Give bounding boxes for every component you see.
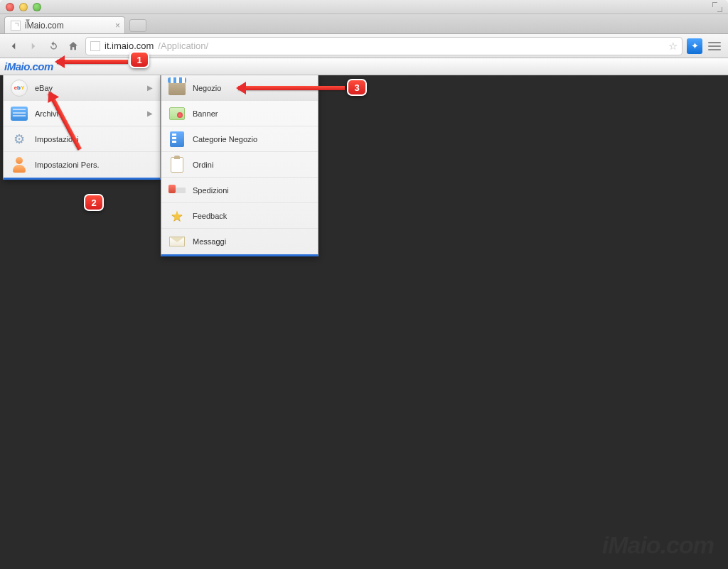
menu-label: Categorie Negozio [193, 135, 257, 143]
submenu-arrow-icon: ▶ [147, 109, 153, 117]
window-titlebar [0, 0, 728, 14]
menu-label: Messaggi [193, 237, 226, 246]
menu-label: Banner [193, 109, 218, 118]
browser-tab[interactable]: iMaio.com × [4, 16, 125, 33]
page-icon [90, 41, 100, 51]
secondary-menu: Negozio Banner Categorie Negozio Ordini … [161, 75, 318, 256]
forward-button[interactable] [26, 38, 41, 54]
menu-label: Spedizioni [193, 186, 229, 195]
menu-item-archivi[interactable]: Archivi ▶ [4, 101, 160, 126]
minimize-window-icon[interactable] [19, 3, 28, 11]
back-button[interactable] [6, 38, 21, 54]
fullscreen-icon[interactable] [712, 2, 722, 12]
submenu-item-categorie[interactable]: Categorie Negozio [161, 126, 318, 152]
address-bar[interactable]: it.imaio.com/Application/ ☆ [85, 37, 682, 55]
annotation-arrow-3 [238, 86, 345, 90]
categories-icon [170, 131, 184, 147]
bookmark-star-icon[interactable]: ☆ [668, 40, 678, 53]
envelope-icon [169, 237, 185, 246]
url-host: it.imaio.com [105, 40, 154, 51]
menu-button[interactable] [707, 38, 722, 54]
annotation-arrow-1 [57, 60, 128, 64]
extension-icon[interactable]: ✦ [687, 38, 702, 54]
submenu-item-ordini[interactable]: Ordini [161, 152, 318, 178]
star-icon: ★ [168, 207, 186, 224]
submenu-item-messaggi[interactable]: Messaggi [161, 229, 318, 254]
submenu-item-banner[interactable]: Banner [161, 101, 318, 126]
menu-item-ebay[interactable]: ebY eBay ▶ [4, 75, 160, 101]
shop-icon [168, 81, 186, 95]
header-dropdown-icon[interactable]: ▼ [24, 17, 31, 25]
home-button[interactable] [65, 38, 81, 54]
banner-icon [169, 107, 185, 120]
app-logo[interactable]: iMaio.com [4, 60, 53, 72]
ebay-icon: ebY [11, 80, 28, 97]
truck-icon [168, 185, 186, 196]
submenu-item-feedback[interactable]: ★ Feedback [161, 203, 318, 229]
submenu-item-spedizioni[interactable]: Spedizioni [161, 178, 318, 203]
annotation-callout-3: 3 [347, 79, 367, 96]
clipboard-icon [171, 157, 183, 173]
hamburger-icon [708, 40, 721, 53]
menu-label: Impostazioni Pers. [35, 161, 99, 169]
watermark: iMaio.com [602, 531, 714, 559]
archive-icon [11, 107, 28, 121]
menu-label: Archivi [35, 109, 58, 118]
zoom-window-icon[interactable] [33, 3, 41, 11]
primary-menu: ebY eBay ▶ Archivi ▶ ⚙ Impostazioni Impo… [3, 75, 161, 180]
menu-label: Negozio [193, 84, 221, 92]
person-icon [12, 157, 26, 173]
browser-toolbar: it.imaio.com/Application/ ☆ ✦ [0, 34, 728, 58]
url-path: /Application/ [158, 40, 208, 51]
menu-label: Feedback [193, 212, 227, 220]
menu-label: Ordini [193, 161, 213, 169]
annotation-callout-1: 1 [129, 51, 149, 68]
annotation-callout-2: 2 [84, 194, 104, 211]
submenu-arrow-icon: ▶ [147, 84, 153, 92]
menu-item-impostazioni-pers[interactable]: Impostazioni Pers. [4, 152, 160, 178]
new-tab-button[interactable] [129, 19, 146, 32]
gears-icon: ⚙ [11, 131, 28, 148]
close-window-icon[interactable] [6, 3, 14, 11]
favicon-icon [11, 21, 21, 31]
close-tab-icon[interactable]: × [115, 21, 120, 31]
tab-strip: iMaio.com × [0, 14, 728, 34]
reload-button[interactable] [46, 38, 61, 54]
traffic-lights [6, 3, 41, 11]
